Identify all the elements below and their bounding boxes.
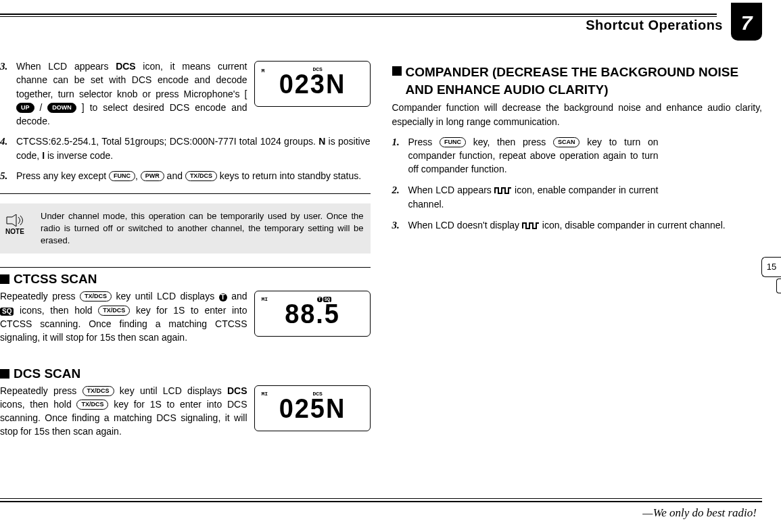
step-number: 1. xyxy=(392,135,408,150)
header-rule xyxy=(0,14,717,17)
step-4: 4. CTCSS:62.5-254.1, Total 51groups; DCS… xyxy=(0,135,371,162)
compander-step-1: 1. Press FUNC key, then press SCAN key t… xyxy=(392,135,763,176)
lcd-dcs-023n: M DCS 023N xyxy=(254,61,371,107)
step-3: 3. M DCS 023N When LCD appears DCS icon,… xyxy=(0,59,371,128)
note-icon: NOTE xyxy=(5,214,24,235)
txdcs-key: TX/DCS xyxy=(98,306,130,316)
footer-rule xyxy=(0,498,762,502)
square-bullet-icon xyxy=(0,369,9,379)
sq-icon: SQ xyxy=(0,308,14,316)
step-number: 4. xyxy=(0,135,16,149)
step-number: 5. xyxy=(0,169,16,184)
divider xyxy=(0,193,371,194)
page-number-tab: 15 xyxy=(761,257,781,277)
txdcs-key: TX/DCS xyxy=(185,171,217,181)
compander-step-3: 3. When LCD doesn't display icon, disabl… xyxy=(392,218,763,233)
tagline: — We only do best radio! xyxy=(0,506,762,520)
up-key: UP xyxy=(16,103,34,113)
chapter-number: 7 xyxy=(731,3,762,37)
pulse-icon xyxy=(522,219,540,233)
ctcss-scan-body: MI TSQ 88.5 Repeatedly press TX/DCS key … xyxy=(0,289,371,344)
divider xyxy=(0,267,371,268)
func-key: FUNC xyxy=(440,137,466,147)
note-box: NOTE Under channel mode, this operation … xyxy=(0,203,371,254)
t-icon: T xyxy=(219,293,227,301)
square-bullet-icon xyxy=(392,66,402,76)
section-compander: COMPANDER (DECREASE THE BACKGROUND NOISE… xyxy=(392,64,763,98)
step-5: 5. Press any key except FUNC, PWR and TX… xyxy=(0,169,371,184)
lcd-ctcss-885: MI TSQ 88.5 xyxy=(254,291,371,337)
side-stub xyxy=(776,279,781,293)
section-ctcss-scan: CTCSS SCAN xyxy=(0,272,371,287)
pwr-key: PWR xyxy=(141,171,164,181)
page-footer: — We only do best radio! xyxy=(0,498,762,520)
txdcs-key: TX/DCS xyxy=(82,386,114,396)
step-number: 3. xyxy=(392,218,408,233)
lcd-dcs-025n: MI DCS 025N xyxy=(254,385,371,431)
square-bullet-icon xyxy=(0,274,9,284)
compander-step-2: 2. When LCD appears icon, enable compand… xyxy=(392,183,763,212)
scan-key: SCAN xyxy=(553,137,580,147)
dcs-scan-body: MI DCS 025N Repeatedly press TX/DCS key … xyxy=(0,384,371,439)
dcs-icon: DCS xyxy=(116,61,136,72)
note-text: Under channel mode, this operation can b… xyxy=(41,211,364,245)
step-number: 3. xyxy=(0,59,16,74)
down-key: DOWN xyxy=(47,103,76,113)
section-dcs-scan: DCS SCAN xyxy=(0,366,371,381)
chapter-tab: 7 xyxy=(731,3,762,41)
step-number: 2. xyxy=(392,183,408,198)
txdcs-key: TX/DCS xyxy=(76,400,108,410)
page-header: Shortcut Operations 7 xyxy=(0,16,762,43)
pulse-icon xyxy=(494,184,512,197)
func-key: FUNC xyxy=(109,171,135,181)
txdcs-key: TX/DCS xyxy=(80,291,112,301)
compander-intro: Compander function will decrease the bac… xyxy=(392,101,763,128)
